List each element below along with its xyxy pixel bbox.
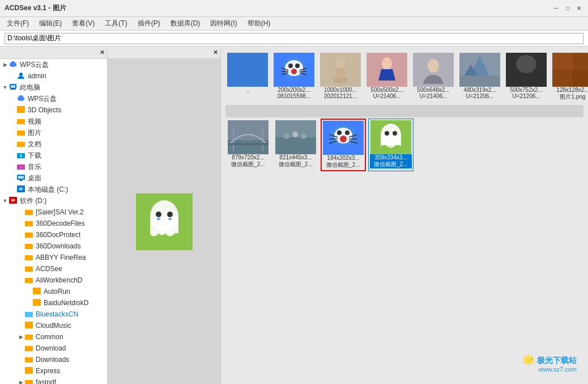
tree-label-admin: admin [28,72,46,80]
thumb-row0-8[interactable]: 128x128x2... 图片1.png [551,51,588,103]
left-panel: ✕ ▶WPS云盘admin▼此电脑WPS云盘3D Objects视频图片文档⬇下… [0,47,108,384]
thumb-ghost[interactable]: 359x334x3... 微信截图_2... [368,119,414,171]
thumb-row0-2[interactable]: 200x200x2... 081015598... [272,51,316,103]
tree-icon-saier-sai [25,208,34,217]
svg-rect-97 [228,143,269,145]
svg-point-117 [393,131,397,136]
thumb-crowd[interactable]: 821x445x3... 微信截图_2... [273,119,318,171]
tree-item-saier-sai[interactable]: [Saier]SAI Ver.2 [0,206,107,218]
tree-item-music[interactable]: ♪音乐 [0,161,107,172]
thumb-row0-6[interactable]: 480x319x2... U=21206... [458,51,502,103]
tree-label-acdsee: ACDSee [36,265,62,273]
left-panel-close[interactable]: ✕ [100,49,105,56]
close-button[interactable]: ✕ [574,4,583,13]
tree-item-desktop[interactable]: 桌面 [0,172,107,184]
svg-point-80 [382,57,392,70]
tree-label-wps-cloud-root: WPS云盘 [20,60,49,70]
tree-icon-common [25,333,34,341]
tree-item-aliworkbench[interactable]: AliWorkbenchD [0,275,107,286]
thumb-row0-4[interactable]: 500x500x2... U=21406... [365,51,409,103]
tree-label-3d-objects: 3D Objects [28,106,61,114]
tree-item-common[interactable]: ▶Common [0,331,107,343]
tree-item-acdsee[interactable]: ACDSee [0,263,107,275]
thumb-row0-3[interactable]: 1000x1000... 202012121... [318,51,363,103]
tree-label-desktop: 桌面 [28,174,41,183]
thumb-doraemon2[interactable]: 184x202x3... 微信截图_2... [321,119,366,171]
bridge-svg [228,120,269,154]
window-controls: ─ □ ✕ [552,4,583,13]
tree-item-wps-cloud[interactable]: WPS云盘 [0,93,107,104]
svg-point-77 [336,57,345,68]
tree-item-download[interactable]: Download [0,343,107,354]
svg-point-68 [288,64,293,68]
main-layout: ✕ ▶WPS云盘admin▼此电脑WPS云盘3D Objects视频图片文档⬇下… [0,47,588,384]
tree-item-videos[interactable]: 视频 [0,116,107,127]
minimize-button[interactable]: ─ [552,4,561,13]
tree-item-wps-cloud-root[interactable]: ▶WPS云盘 [0,59,107,70]
menu-item-E[interactable]: 编辑(E) [35,18,66,29]
svg-point-116 [385,131,389,136]
tree-icon-admin [17,72,26,81]
menu-item-D[interactable]: 数据库(D) [166,18,205,29]
tree-item-fastpdf[interactable]: ▶fastpdf [0,377,107,384]
svg-rect-47 [33,299,41,306]
tree-item-documents[interactable]: 文档 [0,138,107,150]
tree-item-this-pc[interactable]: ▼此电脑 [0,82,107,93]
tree-item-autorun[interactable]: AutoRun [0,286,107,297]
maximize-button[interactable]: □ [563,4,572,13]
thumb-bridge[interactable]: 879x720x2... 微信截图_2... [225,119,271,171]
svg-point-107 [340,136,347,142]
tree-item-downloads2[interactable]: Downloads [0,354,107,365]
tree-icon-documents [17,140,26,149]
girl-svg [376,56,398,84]
tree-icon-acdsee [25,265,34,273]
svg-rect-87 [459,75,500,87]
svg-rect-7 [10,88,16,90]
tree-icon-3d-objects [17,106,26,115]
tree-item-360docprotect[interactable]: 360DocProtect [0,229,107,240]
tree-label-download: Download [36,344,66,352]
tree-item-pictures[interactable]: 图片 [0,127,107,138]
tree-item-admin[interactable]: admin [0,70,107,82]
tree-item-downloads[interactable]: ⬇下载 [0,150,107,161]
tree-label-express: Express [36,367,60,375]
right-panel: .. [221,47,588,384]
svg-point-100 [284,133,289,139]
menu-item-T[interactable]: 工具(T) [100,18,131,29]
tree-item-bluestacks[interactable]: BluestacksCN [0,309,107,320]
tree-label-downloads2: Downloads [36,356,69,364]
tree-item-abbyy[interactable]: ABBYY FineRea [0,252,107,263]
svg-point-69 [295,64,300,68]
tree-item-express[interactable]: Express [0,365,107,377]
tree-item-local-c[interactable]: 本地磁盘 (C:) [0,184,107,195]
svg-point-4 [19,73,23,76]
address-input[interactable] [5,33,583,44]
tree-item-360decode[interactable]: 360DecodeFiles [0,218,107,229]
svg-point-3 [11,61,15,65]
watermark: 🌟 极光下载站 www.xz7.com [522,353,577,373]
svg-rect-91 [552,53,573,70]
thumb-blue-folder[interactable]: .. [225,51,270,103]
svg-rect-79 [334,78,347,83]
menu-item-V[interactable]: 查看(V) [67,18,99,29]
tree-item-360downloads[interactable]: 360Downloads [0,240,107,252]
thumb-row0-7[interactable]: 500x752x2... U=21206... [504,51,548,103]
tree-item-3d-objects[interactable]: 3D Objects [0,104,107,116]
menu-item-P[interactable]: 插件(P) [133,18,165,29]
tree-item-cloudmusic[interactable]: CloudMusic [0,320,107,331]
svg-point-65 [168,218,172,220]
portrait-svg [417,56,449,84]
tree-label-this-pc: 此电脑 [20,83,40,92]
tree-icon-software-d [9,197,18,205]
tree-item-software-d[interactable]: ▼软件 (D:) [0,195,107,206]
preview-panel-close[interactable]: ✕ [213,49,218,56]
thumb-row0-5[interactable]: 500x648x2... U=21406... [411,51,455,103]
tree-item-baidunetdisk[interactable]: BaiduNetdiskD [0,297,107,309]
menu-item-F[interactable]: 文件(F) [2,18,33,29]
tree-icon-this-pc [9,83,18,92]
menu-item-H[interactable]: 帮助(H) [243,18,275,29]
svg-point-28 [20,188,22,189]
menu-item-I[interactable]: 因特网(I) [206,18,241,29]
watermark-url: www.xz7.com [522,366,577,373]
preview-image [136,193,193,250]
